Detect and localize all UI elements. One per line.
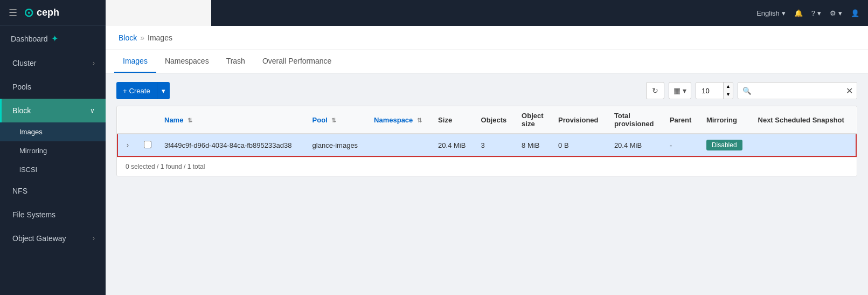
images-label: Images: [19, 128, 43, 136]
table-header: Name ⇅ Pool ⇅ Namespace ⇅ Size Objects O…: [117, 106, 856, 134]
tab-overall-performance[interactable]: Overall Performance: [254, 50, 340, 73]
page-size-input[interactable]: [696, 83, 723, 99]
sidebar-item-cluster[interactable]: Cluster ›: [0, 51, 106, 75]
sidebar-subitem-images[interactable]: Images: [0, 122, 106, 141]
sidebar-subitem-mirroring[interactable]: Mirroring: [0, 141, 106, 160]
col-objects: Objects: [475, 106, 516, 134]
language-label: English: [756, 9, 780, 17]
table-footer-text: 0 selected / 1 found / 1 total: [126, 163, 205, 170]
col-total-provisioned: Totalprovisioned: [608, 106, 663, 134]
search-input[interactable]: [755, 83, 842, 99]
view-toggle-button[interactable]: ▦ ▾: [669, 82, 691, 99]
help-button[interactable]: ? ▾: [811, 9, 821, 17]
row-pool-cell: glance-images: [306, 134, 367, 156]
help-chevron-icon: ▾: [817, 9, 821, 17]
content-area: + Create ▾ ↻ ▦ ▾ ▲ ▼: [106, 73, 868, 185]
sidebar-item-pools[interactable]: Pools: [0, 75, 106, 99]
row-expand-button[interactable]: ›: [124, 140, 131, 150]
grid-view-icon: ▦: [673, 86, 680, 95]
logo-symbol: ⊙: [24, 6, 33, 20]
language-chevron-icon: ▾: [782, 9, 786, 17]
sort-pool-icon: ⇅: [331, 117, 336, 124]
mirroring-badge: Disabled: [706, 140, 742, 150]
col-pool[interactable]: Pool ⇅: [306, 106, 367, 134]
breadcrumb: Block » Images: [106, 26, 868, 50]
cluster-label: Cluster: [12, 59, 36, 67]
mirroring-label: Mirroring: [19, 147, 47, 155]
notifications-button[interactable]: 🔔: [794, 9, 803, 17]
row-namespace-cell: [367, 134, 432, 156]
row-checkbox-cell: [137, 134, 158, 156]
search-clear-button[interactable]: ✕: [842, 83, 857, 99]
page-size-arrows: ▲ ▼: [723, 83, 733, 99]
row-checkbox[interactable]: [144, 141, 151, 148]
clear-icon: ✕: [846, 86, 853, 96]
row-parent: -: [670, 141, 672, 149]
tabs-bar: Images Namespaces Trash Overall Performa…: [106, 50, 868, 73]
sort-namespace-icon: ⇅: [417, 117, 422, 124]
help-icon: ?: [811, 9, 815, 17]
toolbar: + Create ▾ ↻ ▦ ▾ ▲ ▼: [116, 82, 857, 99]
filesystems-label: File Systems: [12, 210, 55, 219]
page-size-down-button[interactable]: ▼: [724, 91, 733, 99]
breadcrumb-separator: »: [140, 33, 144, 42]
page-size-control: ▲ ▼: [696, 82, 733, 99]
nfs-label: NFS: [12, 187, 27, 195]
row-size-cell: 20.4 MiB: [432, 134, 474, 156]
dashboard-label: Dashboard: [11, 35, 48, 43]
col-name[interactable]: Name ⇅: [158, 106, 306, 134]
create-dropdown-icon[interactable]: ▾: [157, 82, 170, 99]
table-row[interactable]: › 3f449c9f-d96d-4034-84ca-fb895233ad38 g…: [117, 134, 856, 156]
sidebar-item-dashboard[interactable]: Dashboard ✦: [0, 26, 106, 51]
view-chevron-icon: ▾: [683, 86, 686, 95]
table-body: › 3f449c9f-d96d-4034-84ca-fb895233ad38 g…: [117, 134, 856, 156]
user-button[interactable]: 👤: [851, 9, 859, 17]
sidebar-item-filesystems[interactable]: File Systems: [0, 203, 106, 227]
sidebar-item-nfs[interactable]: NFS: [0, 179, 106, 203]
logo-text: ceph: [37, 7, 59, 18]
row-parent-cell: -: [663, 134, 700, 156]
tab-namespaces[interactable]: Namespaces: [156, 50, 218, 73]
sidebar-header: ☰ ⊙ ceph: [0, 0, 106, 26]
refresh-button[interactable]: ↻: [646, 82, 664, 99]
col-namespace[interactable]: Namespace ⇅: [367, 106, 432, 134]
search-button[interactable]: 🔍: [738, 83, 755, 99]
col-parent: Parent: [663, 106, 700, 134]
sidebar: ☰ ⊙ ceph Dashboard ✦ Cluster › Pools Blo…: [0, 0, 106, 295]
sidebar-item-block[interactable]: Block ∨: [0, 99, 106, 122]
iscsi-label: iSCSI: [19, 166, 37, 174]
row-provisioned-cell: 0 B: [552, 134, 608, 156]
settings-button[interactable]: ⚙ ▾: [830, 9, 842, 17]
row-total-provisioned: 20.4 MiB: [614, 141, 642, 149]
cluster-chevron-icon: ›: [93, 59, 95, 67]
sidebar-nav: Dashboard ✦ Cluster › Pools Block ∨ Imag…: [0, 26, 106, 295]
hamburger-icon[interactable]: ☰: [9, 7, 17, 19]
sort-name-icon: ⇅: [188, 117, 192, 124]
tab-images[interactable]: Images: [114, 50, 156, 73]
row-pool: glance-images: [313, 141, 358, 149]
row-objects: 3: [481, 141, 485, 149]
tab-trash[interactable]: Trash: [218, 50, 254, 73]
row-mirroring-cell: Disabled: [700, 134, 752, 156]
create-plus-icon: +: [123, 87, 127, 95]
search-box: 🔍 ✕: [738, 82, 857, 99]
refresh-icon: ↻: [652, 86, 658, 95]
col-provisioned: Provisioned: [552, 106, 608, 134]
create-button-main[interactable]: + Create: [116, 82, 157, 99]
objectgateway-label: Object Gateway: [12, 234, 66, 243]
breadcrumb-parent[interactable]: Block: [119, 33, 137, 42]
row-next-snapshot-cell: [752, 134, 856, 156]
language-selector[interactable]: English ▾: [756, 9, 786, 17]
topbar: English ▾ 🔔 ? ▾ ⚙ ▾ 👤: [211, 0, 868, 26]
row-provisioned: 0 B: [558, 141, 569, 149]
create-button[interactable]: + Create ▾: [116, 82, 170, 99]
settings-chevron-icon: ▾: [838, 9, 842, 17]
row-size: 20.4 MiB: [438, 141, 466, 149]
main-wrapper: English ▾ 🔔 ? ▾ ⚙ ▾ 👤 Block » Images Ima…: [106, 0, 868, 295]
sidebar-subitem-iscsi[interactable]: iSCSI: [0, 160, 106, 179]
page-size-up-button[interactable]: ▲: [724, 83, 733, 91]
col-checkbox: [137, 106, 158, 134]
block-chevron-icon: ∨: [90, 107, 95, 114]
sidebar-item-objectgateway[interactable]: Object Gateway ›: [0, 227, 106, 250]
col-mirroring: Mirroring: [700, 106, 752, 134]
